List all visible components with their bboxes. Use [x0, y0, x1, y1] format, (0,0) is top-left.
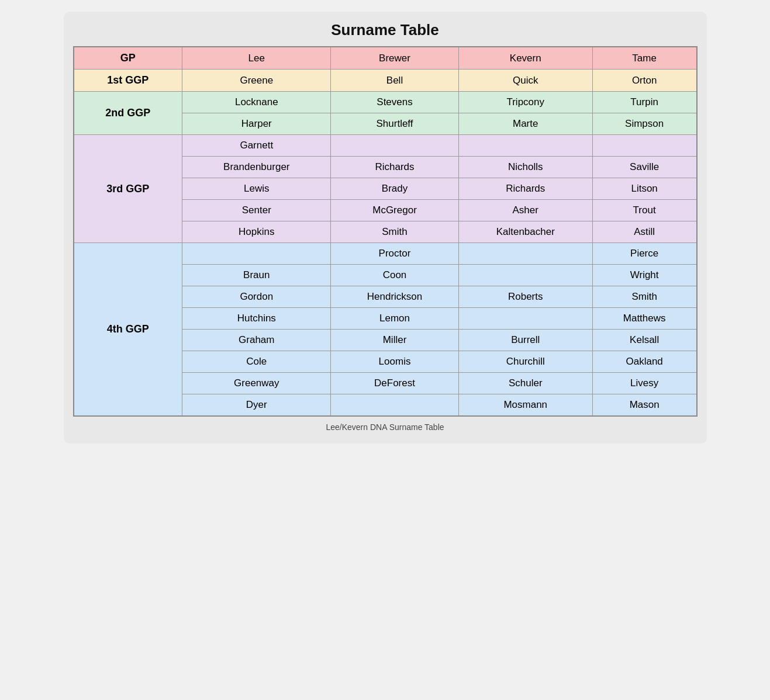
table-cell: Lee [182, 47, 331, 70]
table-cell: Greenway [182, 373, 331, 394]
table-cell [458, 243, 592, 265]
table-cell: Lemon [331, 308, 458, 330]
table-cell: Oakland [592, 351, 696, 373]
table-cell: Smith [592, 286, 696, 308]
table-cell: Trout [592, 200, 696, 221]
table-cell: Cole [182, 351, 331, 373]
table-row: 4th GGPProctorPierce [74, 243, 697, 265]
table-cell [458, 135, 592, 157]
table-cell: Saville [592, 157, 696, 178]
table-cell: Richards [331, 157, 458, 178]
table-row: 3rd GGPGarnett [74, 135, 697, 157]
table-row: 1st GGPGreeneBellQuickOrton [74, 70, 697, 92]
table-cell [458, 308, 592, 330]
row-label: 1st GGP [74, 70, 182, 92]
table-cell: Brewer [331, 47, 458, 70]
table-cell: Dyer [182, 394, 331, 417]
table-cell: Simpson [592, 113, 696, 135]
table-cell: Graham [182, 330, 331, 351]
table-container: Surname Table GPLeeBrewerKevernTame1st G… [64, 12, 707, 443]
table-cell: Tame [592, 47, 696, 70]
table-cell: Mosmann [458, 394, 592, 417]
table-cell: Braun [182, 265, 331, 286]
table-cell [331, 394, 458, 417]
table-cell: Senter [182, 200, 331, 221]
table-cell: Nicholls [458, 157, 592, 178]
table-cell: Loomis [331, 351, 458, 373]
table-cell: Kevern [458, 47, 592, 70]
table-cell: Burrell [458, 330, 592, 351]
table-row: GPLeeBrewerKevernTame [74, 47, 697, 70]
table-cell: Turpin [592, 92, 696, 113]
table-cell: Proctor [331, 243, 458, 265]
row-label: 2nd GGP [74, 92, 182, 135]
table-cell [182, 243, 331, 265]
table-cell: Coon [331, 265, 458, 286]
table-caption: Lee/Kevern DNA Surname Table [73, 422, 698, 432]
table-cell: Hutchins [182, 308, 331, 330]
table-title: Surname Table [73, 21, 698, 39]
table-cell: Churchill [458, 351, 592, 373]
table-cell: Brady [331, 178, 458, 200]
table-cell [458, 265, 592, 286]
table-cell: Schuler [458, 373, 592, 394]
table-cell: Hopkins [182, 221, 331, 243]
table-cell: Greene [182, 70, 331, 92]
table-cell: Wright [592, 265, 696, 286]
table-cell: Lewis [182, 178, 331, 200]
table-cell: Brandenburger [182, 157, 331, 178]
table-cell: McGregor [331, 200, 458, 221]
table-cell: Shurtleff [331, 113, 458, 135]
surname-table: GPLeeBrewerKevernTame1st GGPGreeneBellQu… [73, 46, 698, 417]
table-cell: Stevens [331, 92, 458, 113]
row-label: 3rd GGP [74, 135, 182, 243]
table-cell: Tripcony [458, 92, 592, 113]
table-cell: Locknane [182, 92, 331, 113]
table-cell: Kelsall [592, 330, 696, 351]
table-cell [331, 135, 458, 157]
row-label: 4th GGP [74, 243, 182, 417]
table-cell: Richards [458, 178, 592, 200]
table-cell: Mason [592, 394, 696, 417]
row-label: GP [74, 47, 182, 70]
table-cell: Hendrickson [331, 286, 458, 308]
table-row: 2nd GGPLocknaneStevensTripconyTurpin [74, 92, 697, 113]
table-cell: Quick [458, 70, 592, 92]
table-cell: Harper [182, 113, 331, 135]
table-cell: Marte [458, 113, 592, 135]
table-cell: Orton [592, 70, 696, 92]
table-cell: DeForest [331, 373, 458, 394]
table-cell [592, 135, 696, 157]
table-cell: Miller [331, 330, 458, 351]
table-cell: Matthews [592, 308, 696, 330]
table-cell: Litson [592, 178, 696, 200]
table-cell: Bell [331, 70, 458, 92]
table-cell: Asher [458, 200, 592, 221]
table-cell: Pierce [592, 243, 696, 265]
table-cell: Smith [331, 221, 458, 243]
table-cell: Roberts [458, 286, 592, 308]
table-cell: Livesy [592, 373, 696, 394]
table-cell: Gordon [182, 286, 331, 308]
table-cell: Garnett [182, 135, 331, 157]
table-cell: Astill [592, 221, 696, 243]
table-cell: Kaltenbacher [458, 221, 592, 243]
